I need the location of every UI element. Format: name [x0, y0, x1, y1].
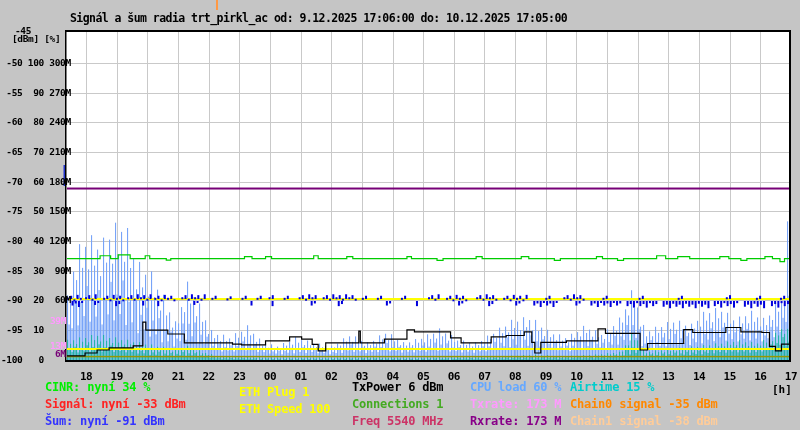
legend-item-chain1: Chain1 signal -38 dBm: [570, 415, 718, 428]
x-axis-hour-label: 23: [233, 370, 245, 383]
y-axis-unit-header: [dBm] [%]: [12, 33, 60, 44]
x-axis-hour-label: 06: [448, 370, 460, 383]
legend-item-cpu: CPU load 60 %: [470, 381, 561, 394]
x-axis-hour-label: 13: [662, 370, 674, 383]
y-axis-row: -75 50 150M: [1, 205, 71, 217]
x-axis-hour-label: 01: [294, 370, 306, 383]
legend-item-cinr: CINR: nyní 34 %: [45, 381, 150, 394]
legend-item-noise: Šum: nyní -91 dBm: [45, 415, 164, 428]
y-axis-row: -95 10: [1, 324, 44, 336]
x-axis-hour-label: 17: [785, 370, 797, 383]
y-axis-row: -70 60 180M: [1, 176, 71, 188]
y-axis-marker-39M: 39M: [50, 315, 66, 326]
y-axis-row: -60 80 240M: [1, 116, 71, 128]
y-axis-row: -80 40 120M: [1, 235, 71, 247]
chart-title: Signál a šum radia trt_pirkl_ac od: 9.12…: [70, 11, 567, 25]
legend-item-eth-speed: ETH Speed 100: [239, 403, 330, 416]
signal-noise-chart-canvas: [0, 0, 800, 430]
y-axis-row: -90 20 60M: [1, 294, 71, 306]
legend-item-txpower: TxPower 6 dBm: [352, 381, 443, 394]
x-axis-hour-label: 02: [325, 370, 337, 383]
legend-item-connections: Connections 1: [352, 398, 443, 411]
x-axis-hour-label: 21: [172, 370, 184, 383]
x-axis-hour-label: 16: [754, 370, 766, 383]
y-axis-marker-6M: 6M: [55, 348, 66, 359]
y-axis-row: -50 100 300M: [1, 57, 71, 69]
x-axis-hour-label: 14: [693, 370, 705, 383]
legend-item-txrate: Txrate: 173 M: [470, 398, 561, 411]
x-axis-hour-label: 15: [724, 370, 736, 383]
y-axis-row: -85 30 90M: [1, 265, 71, 277]
y-axis-row: -100 0: [1, 354, 44, 366]
x-axis-hour-label: 00: [264, 370, 276, 383]
x-axis-hour-label: 22: [202, 370, 214, 383]
legend-item-rxrate: Rxrate: 173 M: [470, 415, 561, 428]
x-axis-unit-label: [h]: [772, 383, 792, 396]
legend-item-eth-plug: ETH Plug 1: [239, 386, 309, 399]
y-axis-row: -55 90 270M: [1, 87, 71, 99]
rrd-graph-page: Signál a šum radia trt_pirkl_ac od: 9.12…: [0, 0, 800, 430]
y-axis-row: -65 70 210M: [1, 146, 71, 158]
legend-item-signal: Signál: nyní -33 dBm: [45, 398, 186, 411]
legend-item-chain0: Chain0 signal -35 dBm: [570, 398, 718, 411]
legend-item-freq: Freq 5540 MHz: [352, 415, 443, 428]
legend-item-airtime: Airtime 15 %: [570, 381, 654, 394]
